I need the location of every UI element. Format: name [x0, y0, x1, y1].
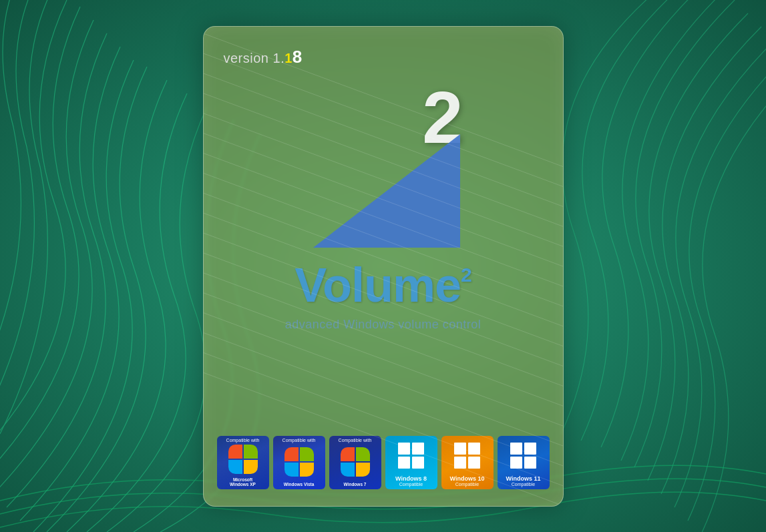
vista-logo-grid [284, 447, 314, 477]
badge-windows-vista: Compatible with Windows Vista [273, 436, 325, 489]
win11-q3 [510, 457, 522, 469]
title-text: Volume [295, 258, 461, 312]
win11-q2 [524, 443, 536, 455]
win10-q4 [468, 457, 480, 469]
xp-logo-q4 [244, 460, 258, 474]
xp-compat-label: Compatible with [217, 436, 269, 444]
win8-q4 [412, 457, 424, 469]
vista-logo-q4 [300, 463, 314, 477]
win8-logo [385, 436, 437, 476]
win8-title: Windows 8 [395, 476, 427, 482]
win11-q1 [510, 443, 522, 455]
win8-q1 [398, 443, 410, 455]
win11-logo [498, 436, 550, 476]
title-superscript: 2 [461, 264, 471, 286]
win7-logo [329, 443, 381, 480]
win8-sub: Compatible [399, 482, 423, 487]
version-label: version 1.18 [224, 47, 303, 67]
triangle-logo [307, 121, 460, 254]
vista-logo-q2 [300, 447, 314, 461]
vista-name: Windows Vista [273, 481, 325, 489]
win11-labels: Windows 11 Compatible [498, 476, 550, 489]
win8-labels: Windows 8 Compatible [385, 476, 437, 489]
badge-windows-10: Windows 10 Compatible [441, 436, 494, 489]
version-yellow: 1 [284, 51, 293, 65]
xp-logo-grid [228, 445, 258, 474]
win7-compat-label: Compatible with [329, 436, 381, 444]
svg-line-11 [204, 292, 563, 425]
win11-title: Windows 11 [506, 476, 541, 482]
win8-q2 [412, 443, 424, 455]
vista-compat-label: Compatible with [273, 436, 325, 444]
win8-q3 [398, 457, 410, 469]
win7-logo-grid [341, 447, 370, 477]
win7-logo-q3 [341, 463, 355, 477]
xp-logo [217, 443, 269, 475]
win7-logo-q1 [341, 447, 355, 461]
win10-title: Windows 10 [450, 476, 485, 482]
badge-windows-11: Windows 11 Compatible [498, 436, 550, 489]
win7-logo-q4 [356, 463, 370, 477]
win7-logo-q2 [356, 447, 370, 461]
badge-windows-xp: Compatible with MicrosoftWindows XP [217, 436, 269, 489]
vista-logo-q3 [284, 463, 299, 477]
app-subtitle: advanced Windows volume control [285, 318, 482, 332]
version-prefix: version 1. [224, 51, 285, 65]
vista-logo [273, 443, 325, 480]
xp-logo-q3 [228, 460, 242, 474]
win10-logo [441, 436, 494, 476]
xp-name: MicrosoftWindows XP [217, 476, 269, 489]
win10-sub: Compatible [455, 482, 479, 487]
xp-logo-q2 [244, 445, 258, 459]
svg-line-12 [204, 312, 563, 445]
win10-labels: Windows 10 Compatible [441, 476, 494, 489]
logo-area: 2 [290, 81, 477, 254]
badge-windows-7: Compatible with Windows 7 [329, 436, 381, 489]
xp-logo-q1 [228, 445, 242, 459]
app-title: Volume2 [295, 258, 471, 312]
win10-q2 [468, 443, 480, 455]
badge-windows-8: Windows 8 Compatible [385, 436, 437, 489]
version-bold: 8 [293, 47, 303, 67]
win7-name: Windows 7 [329, 481, 381, 489]
win8-logo-grid [395, 440, 427, 471]
win10-logo-grid [451, 440, 483, 471]
svg-marker-19 [313, 134, 460, 248]
win11-logo-grid [508, 440, 539, 471]
compatibility-badges: Compatible with MicrosoftWindows XP Comp… [217, 436, 550, 493]
vista-logo-q1 [284, 447, 299, 461]
win10-q1 [454, 443, 466, 455]
product-card: version 1.18 2 Volume2 advanced Windows … [203, 26, 564, 507]
win10-q3 [454, 457, 466, 469]
win11-sub: Compatible [512, 482, 535, 487]
win11-q4 [524, 457, 536, 469]
